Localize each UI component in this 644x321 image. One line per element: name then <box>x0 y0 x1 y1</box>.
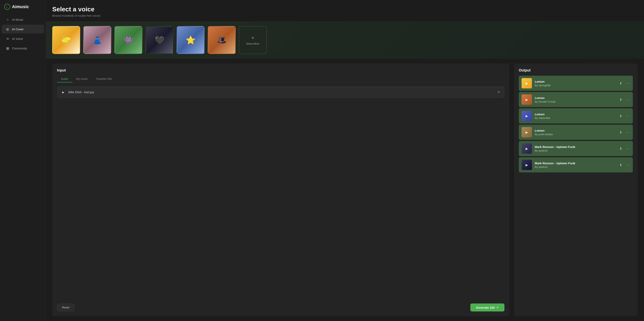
patrick-visual: ⭐ <box>177 26 204 54</box>
output-actions-6: ⬇ ⋯ <box>619 162 630 168</box>
app-name: Aimusic <box>12 4 29 9</box>
tab-youtube-url[interactable]: Youtube URL <box>92 76 116 82</box>
svg-text:♪: ♪ <box>6 5 8 8</box>
output-info-6: Mark Ronson - Uptown Funk By weeknd <box>535 161 616 168</box>
voice-card-alien[interactable]: 👾 <box>114 26 142 54</box>
more-button-2[interactable]: ⋯ <box>625 97 630 102</box>
thumb-play-icon-1: ▶ <box>526 81 528 85</box>
output-by-5: By weeknd <box>535 149 616 152</box>
spongebob-visual: 🧽 <box>53 26 80 54</box>
input-spacer <box>57 100 504 300</box>
output-actions-4: ⬇ ⋯ <box>619 130 630 135</box>
sidebar-item-community[interactable]: ▦ Community <box>2 44 44 53</box>
more-button-6[interactable]: ⋯ <box>625 162 630 168</box>
thumb-play-icon-6: ▶ <box>526 163 528 167</box>
wednesday-visual: 🖤 <box>146 26 173 54</box>
output-actions-2: ⬇ ⋯ <box>619 97 630 102</box>
thumb-play-icon-5: ▶ <box>526 147 528 151</box>
output-by-1: By SpongeBb <box>535 84 616 87</box>
output-info-4: Lemon By justin bieiber <box>535 129 616 136</box>
output-item-3[interactable]: ▶ Lemon By Saberalter ⬇ ⋯ <box>519 108 633 124</box>
generate-button[interactable]: Generate 100 ✓ <box>470 304 504 312</box>
output-list: ▶ Lemon By SpongeBb ⬇ ⋯ ▶ <box>519 76 633 312</box>
output-actions-5: ⬇ ⋯ <box>619 146 630 151</box>
voice-carousel: 🧽 👗 👾 🖤 ⭐ 🎩 + Show More <box>46 21 644 59</box>
output-title-5: Mark Ronson - Uptown Funk <box>535 145 616 149</box>
trump-visual: 🎩 <box>208 26 235 54</box>
audio-track-title: Billie Eilish - bad guy <box>68 91 494 94</box>
output-panel: Output ▶ Lemon By SpongeBb ⬇ ⋯ <box>514 63 638 316</box>
download-button-2[interactable]: ⬇ <box>619 97 623 102</box>
reset-button[interactable]: Reset <box>57 304 74 311</box>
sidebar-label-ai-voice: AI Voice <box>12 37 23 40</box>
voice-card-trump[interactable]: 🎩 <box>208 26 236 54</box>
page-header: Select a voice Browse hundreds of royalt… <box>46 0 644 21</box>
sidebar-label-community: Community <box>12 47 27 50</box>
output-info-5: Mark Ronson - Uptown Funk By weeknd <box>535 145 616 152</box>
content-body: Input Audio My music Youtube URL Billie … <box>46 59 644 321</box>
download-button-3[interactable]: ⬇ <box>619 113 623 119</box>
output-title-2: Lemon <box>535 96 616 100</box>
ariana-visual: 👗 <box>84 26 111 54</box>
tab-audio[interactable]: Audio <box>57 76 72 82</box>
output-actions-3: ⬇ ⋯ <box>619 113 630 119</box>
voice-card-patrick[interactable]: ⭐ <box>177 26 204 54</box>
logo-icon: ♪ <box>4 3 10 10</box>
show-more-button[interactable]: + Show More <box>239 26 267 54</box>
input-title: Input <box>57 68 504 72</box>
output-item-1[interactable]: ▶ Lemon By SpongeBb ⬇ ⋯ <box>519 76 633 91</box>
audio-player: Billie Eilish - bad guy <box>57 86 504 98</box>
output-item-5[interactable]: ▶ Mark Ronson - Uptown Funk By weeknd ⬇ … <box>519 141 633 156</box>
voice-card-wednesday[interactable]: 🖤 <box>146 26 174 54</box>
download-button-4[interactable]: ⬇ <box>619 130 623 135</box>
plus-icon: + <box>252 35 254 41</box>
input-tabs: Audio My music Youtube URL <box>57 76 504 82</box>
generate-check-icon: ✓ <box>496 306 499 309</box>
output-by-2: By Donald Trumpt <box>535 100 616 103</box>
sidebar-item-ai-music[interactable]: ♫ AI Music <box>2 15 44 24</box>
input-panel: Input Audio My music Youtube URL Billie … <box>52 63 509 316</box>
sidebar-item-ai-cover[interactable]: ◎ AI Cover <box>2 25 44 33</box>
app-logo: ♪ Aimusic <box>0 3 46 15</box>
output-info-2: Lemon By Donald Trumpt <box>535 96 616 103</box>
close-audio-button[interactable] <box>496 90 501 95</box>
thumb-play-icon-3: ▶ <box>526 114 528 118</box>
output-by-4: By justin bieiber <box>535 133 616 136</box>
alien-visual: 👾 <box>115 26 142 54</box>
ai-voice-icon: ≋ <box>6 37 10 41</box>
output-thumb-4: ▶ <box>522 127 532 137</box>
output-title-3: Lemon <box>535 113 616 116</box>
output-item-6[interactable]: ▶ Mark Ronson - Uptown Funk By weeknd ⬇ … <box>519 157 633 172</box>
download-button-1[interactable]: ⬇ <box>619 81 623 86</box>
generate-label: Generate 100 <box>476 306 495 309</box>
more-button-1[interactable]: ⋯ <box>625 81 630 86</box>
output-title: Output <box>519 68 633 72</box>
output-item-4[interactable]: ▶ Lemon By justin bieiber ⬇ ⋯ <box>519 125 633 140</box>
sidebar-label-ai-cover: AI Cover <box>12 27 24 31</box>
play-button[interactable] <box>60 89 66 95</box>
download-button-6[interactable]: ⬇ <box>619 162 623 168</box>
tab-my-music[interactable]: My music <box>72 76 92 82</box>
download-button-5[interactable]: ⬇ <box>619 146 623 151</box>
output-item-2[interactable]: ▶ Lemon By Donald Trumpt ⬇ ⋯ <box>519 92 633 107</box>
ai-music-icon: ♫ <box>6 17 10 21</box>
page-title: Select a voice <box>52 5 638 13</box>
voice-card-ariana[interactable]: 👗 <box>83 26 111 54</box>
more-button-3[interactable]: ⋯ <box>625 113 630 119</box>
output-info-3: Lemon By Saberalter <box>535 113 616 120</box>
more-button-4[interactable]: ⋯ <box>625 130 630 135</box>
sidebar-label-ai-music: AI Music <box>12 18 24 21</box>
more-button-5[interactable]: ⋯ <box>625 146 630 151</box>
output-thumb-5: ▶ <box>522 143 532 154</box>
main-content: Select a voice Browse hundreds of royalt… <box>46 0 644 321</box>
sidebar-item-ai-voice[interactable]: ≋ AI Voice <box>2 34 44 43</box>
output-info-1: Lemon By SpongeBb <box>535 80 616 87</box>
output-thumb-2: ▶ <box>522 94 532 105</box>
thumb-play-icon-2: ▶ <box>526 98 528 102</box>
output-title-6: Mark Ronson - Uptown Funk <box>535 161 616 165</box>
output-thumb-6: ▶ <box>522 160 532 170</box>
output-title-1: Lemon <box>535 80 616 83</box>
page-subtitle: Browse hundreds of royalty free voices <box>52 14 638 17</box>
voice-card-spongebob[interactable]: 🧽 <box>52 26 80 54</box>
ai-cover-icon: ◎ <box>6 27 10 31</box>
